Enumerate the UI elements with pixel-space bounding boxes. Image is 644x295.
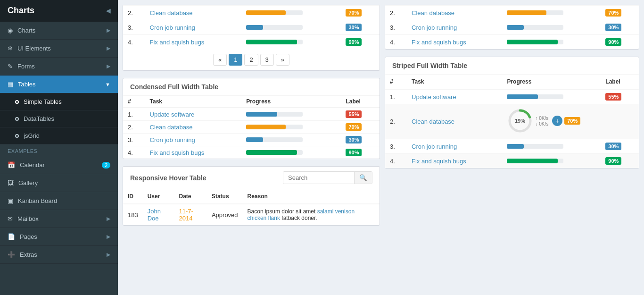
right-top-table-box: 2. Clean database 70% 3. Cron job runnin… [385,5,639,50]
network-stats: ↑ 0K/s ↓ 0K/s [535,116,548,126]
sidebar-item-datatables[interactable]: DataTables [0,110,118,127]
sidebar-label-charts: Charts [17,27,35,34]
task-link[interactable]: Clean database [412,9,454,17]
sidebar-header: Charts ◀ [0,0,118,22]
sidebar-item-kanban[interactable]: ▣ Kanban Board [0,192,118,210]
task-link[interactable]: Clean database [150,124,193,131]
plus-button[interactable]: + [552,116,562,126]
submenu-dot-icon [15,117,19,121]
progress-bar-container [246,150,303,155]
row-num: 3. [123,20,145,35]
row-progress [241,146,341,159]
submenu-dot-icon [15,100,19,104]
sidebar-item-ui-elements[interactable]: ❄ UI Elements ▶ [0,40,118,58]
row-task: Fix and squish bugs [407,154,502,169]
progress-bar [246,150,297,155]
sidebar-item-calendar[interactable]: 📅 Calendar 2 [0,156,118,174]
sidebar-item-mailbox[interactable]: ✉ Mailbox ▶ [0,210,118,228]
task-link[interactable]: Update software [150,111,195,118]
task-link[interactable]: Clean database [412,118,454,125]
search-input[interactable] [283,172,354,184]
sidebar-item-gallery[interactable]: 🖼 Gallery [0,174,118,192]
task-link[interactable]: Fix and squish bugs [150,39,205,46]
row-num: 1. [123,108,145,121]
row-reason: Bacon ipsum dolor sit amet salami veniso… [243,204,380,225]
reason-link[interactable]: flank [268,215,280,221]
sidebar-item-jsgrid[interactable]: jsGrid [0,127,118,144]
row-num: 2. [123,121,145,134]
row-num: 1. [385,89,407,104]
sidebar-item-charts[interactable]: ◉ Charts ▶ [0,22,118,40]
calendar-badge: 2 [102,162,110,169]
sidebar: Charts ◀ ◉ Charts ▶ ❄ UI Elements ▶ ✎ Fo… [0,0,118,295]
row-num: 2. [385,104,407,139]
left-column: 2. Clean database 70% 3. Cron job runnin… [123,5,380,233]
hover-table: ID User Date Status Reason 183 John Doe … [123,189,380,225]
col-header-status: Status [207,189,243,204]
sidebar-item-extras[interactable]: ➕ Extras ▶ [0,246,118,264]
top-table-box: 2. Clean database 70% 3. Cron job runnin… [123,5,380,71]
status-badge: 70% [346,9,362,17]
task-link[interactable]: Update software [412,93,456,101]
reason-link[interactable]: salami [317,208,334,215]
row-task: Fix and squish bugs [407,35,502,50]
progress-bar [507,10,546,15]
sidebar-item-simple-tables[interactable]: Simple Tables [0,93,118,110]
reason-link[interactable]: venison [335,208,355,215]
top-table-body: 2. Clean database 70% 3. Cron job runnin… [123,5,380,49]
hover-table-box: Responsive Hover Table 🔍 ID User Date [123,166,380,226]
chevron-right-icon: ▶ [107,252,110,258]
upload-val: 0K/s [539,116,548,121]
next-page-button[interactable]: » [276,54,289,66]
sidebar-item-pages[interactable]: 📄 Pages ▶ [0,228,118,246]
table-row: 183 John Doe 11-7-2014 Approved Bacon ip… [123,204,380,225]
sidebar-label-pages: Pages [20,233,37,240]
table-row: 4. Fix and squish bugs 90% [123,146,380,159]
row-id: 183 [123,204,143,225]
row-progress [502,139,601,154]
extras-icon: ➕ [8,251,15,258]
progress-bar [246,10,286,15]
progress-bar-container [507,94,563,99]
chevron-down-icon: ▼ [105,82,110,87]
row-progress [241,108,341,121]
task-link[interactable]: Fix and squish bugs [412,158,466,165]
task-link[interactable]: Cron job running [150,136,195,143]
condensed-table-box: Condensed Full Width Table # Task Progre… [123,78,380,159]
page-1-button[interactable]: 1 [229,54,242,66]
prev-page-button[interactable]: « [213,54,227,66]
sidebar-label-datatables: DataTables [24,115,54,122]
status-badge: 90% [605,157,621,165]
page-2-button[interactable]: 2 [244,54,258,66]
search-box: 🔍 [283,171,372,184]
progress-bar-container [246,137,303,142]
sidebar-collapse-icon[interactable]: ◀ [106,8,110,14]
row-progress [241,20,341,35]
row-progress [241,6,341,20]
sidebar-item-tables[interactable]: ▦ Tables ▼ [0,76,118,93]
task-link[interactable]: Fix and squish bugs [150,149,205,156]
row-label: 55% [341,108,380,121]
task-link[interactable]: Clean database [150,9,193,17]
user-link[interactable]: John Doe [148,208,161,222]
row-num: 4. [123,146,145,159]
reason-link[interactable]: chicken [248,215,267,221]
table-row: 2. Clean database 70% [123,6,380,20]
task-link[interactable]: Cron job running [412,24,457,31]
chevron-right-icon: ▶ [107,27,110,34]
row-label: 70% [341,6,380,20]
striped-table-body: # Task Progress Label 1. Update software… [385,75,639,168]
table-row: 2. Clean database 70% [123,121,380,134]
right-top-table: 2. Clean database 70% 3. Cron job runnin… [385,5,639,49]
task-link[interactable]: Fix and squish bugs [412,39,466,46]
progress-bar [507,159,558,163]
right-column: 2. Clean database 70% 3. Cron job runnin… [385,5,639,233]
sidebar-item-forms[interactable]: ✎ Forms ▶ [0,58,118,76]
row-label: 30% [341,134,380,146]
task-link[interactable]: Cron job running [150,24,195,31]
search-button[interactable]: 🔍 [354,172,372,184]
submenu-dot-icon [15,134,19,138]
pages-icon: 📄 [8,233,15,240]
task-link[interactable]: Cron job running [412,143,457,150]
page-3-button[interactable]: 3 [260,54,274,66]
